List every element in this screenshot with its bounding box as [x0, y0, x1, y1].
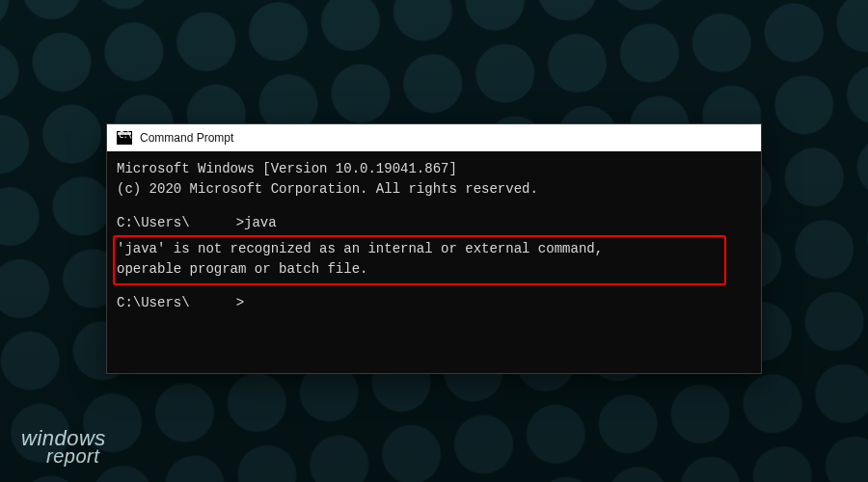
redacted-username — [190, 293, 236, 307]
error-line-2: operable program or batch file. — [117, 259, 719, 280]
command-prompt-window: C:\ Command Prompt Microsoft Windows [Ve… — [106, 123, 762, 374]
prompt-symbol: > — [236, 293, 244, 313]
blank-line — [117, 200, 751, 213]
terminal-output-area[interactable]: Microsoft Windows [Version 10.0.19041.86… — [107, 151, 761, 373]
command-prompt-icon: C:\ — [117, 131, 132, 145]
prompt-symbol: > — [236, 213, 244, 233]
error-highlight-box: 'java' is not recognized as an internal … — [113, 235, 726, 285]
banner-line-2: (c) 2020 Microsoft Corporation. All righ… — [117, 179, 751, 200]
prompt-path-prefix: C:\Users\ — [117, 293, 190, 313]
window-title: Command Prompt — [140, 131, 233, 145]
prompt-line-1: C:\Users\>java — [117, 213, 751, 233]
prompt-line-2: C:\Users\> — [117, 293, 751, 313]
typed-command: java — [244, 213, 277, 233]
redacted-username — [190, 213, 236, 227]
watermark-line-2: report — [46, 448, 106, 465]
banner-line-1: Microsoft Windows [Version 10.0.19041.86… — [117, 159, 751, 179]
windows-report-watermark: windows report — [21, 430, 106, 465]
error-line-1: 'java' is not recognized as an internal … — [117, 239, 719, 259]
prompt-path-prefix: C:\Users\ — [117, 213, 190, 233]
window-titlebar[interactable]: C:\ Command Prompt — [107, 124, 761, 151]
